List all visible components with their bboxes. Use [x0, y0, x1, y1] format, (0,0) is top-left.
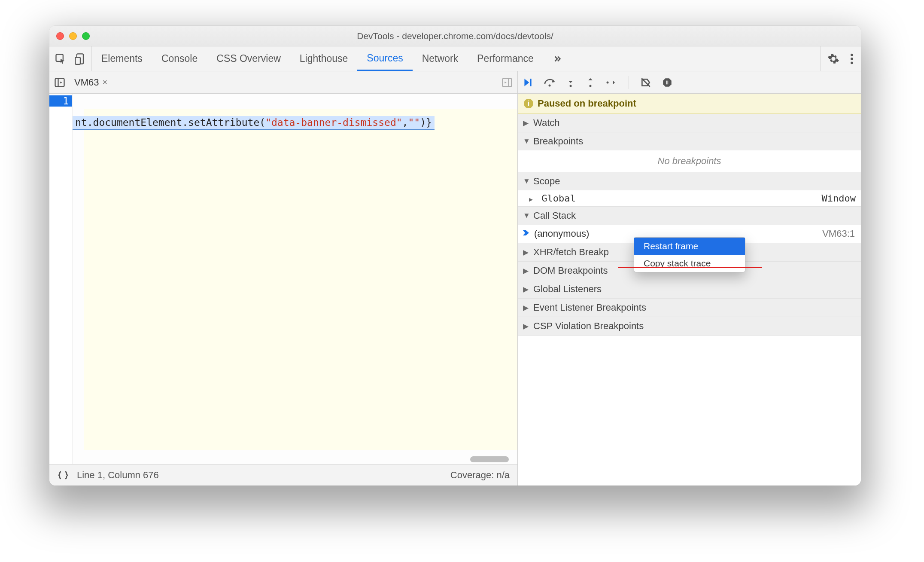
svg-point-9	[570, 85, 572, 87]
cursor-position: Line 1, Column 676	[77, 470, 159, 481]
event-listener-breakpoints-header[interactable]: ▶ Event Listener Breakpoints	[518, 299, 861, 317]
code-line-1: nt.documentElement.setAttribute("data-ba…	[73, 116, 517, 130]
code-seg-3: ,	[402, 117, 408, 128]
kebab-menu-icon[interactable]	[850, 53, 854, 65]
event-listener-breakpoints-label: Event Listener Breakpoints	[533, 302, 646, 313]
sources-header: VM63 ×	[49, 71, 517, 94]
pretty-print-icon[interactable]	[57, 470, 69, 480]
device-toolbar-icon[interactable]	[74, 53, 86, 65]
navigator-toggle-icon[interactable]	[54, 76, 66, 89]
section-watch: ▶ Watch	[518, 114, 861, 132]
section-scope: ▼ Scope ▶ Global Window	[518, 172, 861, 207]
code-editor[interactable]: 1 nt.documentElement.setAttribute("data-…	[49, 94, 517, 464]
csp-violation-breakpoints-label: CSP Violation Breakpoints	[533, 321, 644, 332]
tab-console[interactable]: Console	[152, 46, 207, 71]
inspect-tools	[49, 46, 92, 71]
svg-rect-2	[75, 57, 80, 64]
tab-network[interactable]: Network	[413, 46, 468, 71]
file-tab-label: VM63	[74, 77, 99, 88]
zoom-window-button[interactable]	[82, 32, 90, 40]
debugger-pane: i Paused on breakpoint ▶ Watch ▼ Breakpo…	[518, 71, 861, 486]
step-into-icon[interactable]	[566, 77, 575, 88]
global-listeners-header[interactable]: ▶ Global Listeners	[518, 280, 861, 299]
step-out-icon[interactable]	[586, 77, 595, 88]
breakpoints-body: No breakpoints	[518, 150, 861, 172]
file-tab-vm63[interactable]: VM63 ×	[72, 73, 110, 92]
titlebar: DevTools - developer.chrome.com/docs/dev…	[49, 26, 861, 46]
step-over-icon[interactable]	[544, 77, 556, 88]
chevron-down-icon: ▼	[523, 211, 530, 220]
current-frame-icon	[522, 228, 530, 239]
scope-global-row[interactable]: ▶ Global Window	[518, 190, 861, 206]
code-seg-2: "data-banner-dismissed"	[265, 117, 402, 128]
svg-rect-6	[55, 78, 64, 86]
call-stack-label: Call Stack	[533, 210, 576, 221]
context-menu-restart-frame[interactable]: Restart frame	[634, 238, 745, 255]
inspect-element-icon[interactable]	[55, 53, 67, 65]
code-seg-4: ""	[408, 117, 420, 128]
csp-violation-breakpoints-header[interactable]: ▶ CSP Violation Breakpoints	[518, 317, 861, 336]
call-stack-header[interactable]: ▼ Call Stack	[518, 207, 861, 225]
chevron-right-icon: ▶	[523, 303, 530, 312]
code-text: nt.documentElement.setAttribute("data-ba…	[73, 94, 517, 464]
dom-breakpoints-label: DOM Breakpoints	[533, 265, 608, 276]
call-stack-frame-name: (anonymous)	[534, 228, 589, 239]
scope-global-label: Global	[541, 193, 575, 204]
scope-header[interactable]: ▼ Scope	[518, 172, 861, 190]
minimize-window-button[interactable]	[69, 32, 77, 40]
svg-point-3	[851, 53, 853, 56]
traffic-lights	[56, 32, 90, 40]
breakpoints-header[interactable]: ▼ Breakpoints	[518, 132, 861, 150]
no-breakpoints-label: No breakpoints	[518, 150, 861, 172]
chevron-right-icon: ▶	[523, 119, 530, 128]
svg-point-10	[590, 85, 592, 87]
devtools-window: DevTools - developer.chrome.com/docs/dev…	[49, 26, 861, 486]
svg-rect-7	[503, 78, 512, 86]
close-file-tab-icon[interactable]: ×	[102, 77, 107, 87]
paused-banner: i Paused on breakpoint	[518, 94, 861, 114]
deactivate-breakpoints-icon[interactable]	[640, 77, 651, 88]
call-stack-frame-location: VM63:1	[822, 228, 855, 239]
step-icon[interactable]	[605, 77, 617, 88]
section-breakpoints: ▼ Breakpoints No breakpoints	[518, 132, 861, 172]
resume-icon[interactable]	[522, 77, 533, 88]
xhr-breakpoints-label: XHR/fetch Breakp	[533, 247, 609, 258]
gear-icon[interactable]	[827, 53, 839, 65]
watch-header[interactable]: ▶ Watch	[518, 114, 861, 132]
horizontal-scrollbar[interactable]	[470, 456, 509, 462]
watch-label: Watch	[533, 117, 560, 128]
svg-rect-13	[668, 80, 669, 84]
tab-sources[interactable]: Sources	[357, 46, 412, 71]
tab-css-overview[interactable]: CSS Overview	[207, 46, 290, 71]
tab-performance[interactable]: Performance	[468, 46, 543, 71]
toolbar-right	[820, 46, 861, 71]
close-window-button[interactable]	[56, 32, 64, 40]
content-split: VM63 × 1 nt.documentElement.s	[49, 71, 861, 486]
pause-on-exceptions-icon[interactable]	[662, 77, 673, 88]
panel-tabs: Elements Console CSS Overview Lighthouse…	[92, 46, 571, 71]
scope-label: Scope	[533, 176, 560, 187]
context-menu-copy-stack-trace[interactable]: Copy stack trace	[634, 255, 745, 272]
breakpoints-label: Breakpoints	[533, 136, 583, 147]
coverage-label: Coverage: n/a	[450, 470, 510, 481]
chevron-down-icon: ▼	[523, 137, 530, 146]
window-title: DevTools - developer.chrome.com/docs/dev…	[49, 31, 861, 41]
debugger-toolbar	[518, 71, 861, 94]
svg-point-4	[851, 58, 853, 60]
info-icon: i	[524, 99, 533, 108]
annotation-strikethrough	[618, 267, 762, 268]
paused-text: Paused on breakpoint	[538, 98, 636, 109]
debugger-sidebar-toggle-icon[interactable]	[501, 76, 513, 89]
svg-point-11	[607, 81, 609, 83]
sources-pane: VM63 × 1 nt.documentElement.s	[49, 71, 518, 486]
scope-global-value: Window	[822, 193, 856, 204]
scope-body: ▶ Global Window	[518, 190, 861, 206]
chevron-right-icon: ▶	[523, 248, 530, 257]
line-number-1[interactable]: 1	[49, 95, 72, 107]
svg-rect-12	[666, 80, 667, 84]
tab-lighthouse[interactable]: Lighthouse	[290, 46, 358, 71]
tab-overflow[interactable]	[543, 46, 571, 71]
code-seg-5: )}	[420, 117, 432, 128]
tab-elements[interactable]: Elements	[92, 46, 152, 71]
chevron-right-icon: ▶	[523, 285, 530, 294]
